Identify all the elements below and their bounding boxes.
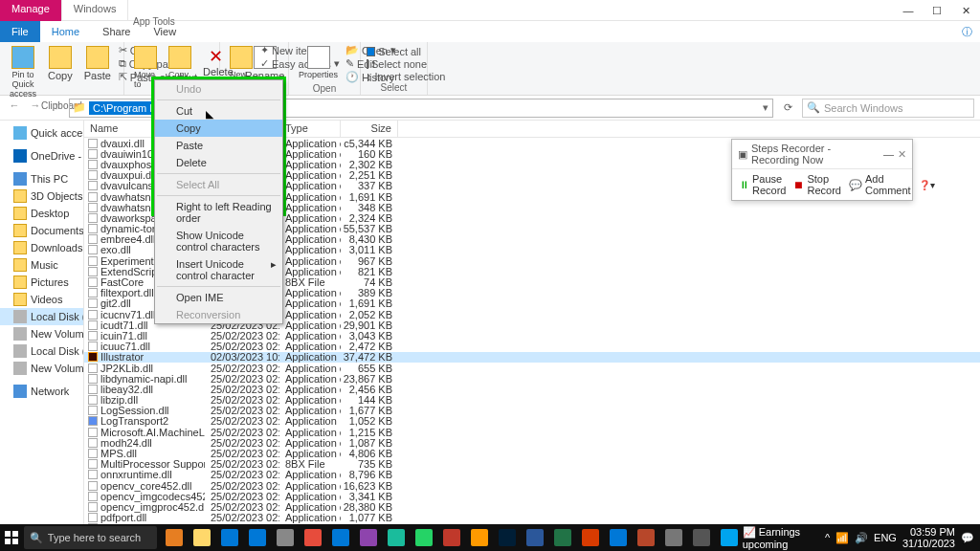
tray-wifi-icon[interactable]: 📶 bbox=[835, 532, 849, 544]
tray-expand-icon[interactable]: ^ bbox=[825, 532, 830, 543]
invertsel-button[interactable]: ↕ Invert selection bbox=[367, 71, 421, 82]
sidebar-item-0[interactable]: Quick access bbox=[0, 124, 83, 142]
maximize-button[interactable]: ☐ bbox=[923, 0, 951, 21]
taskbar-app-20[interactable] bbox=[716, 524, 743, 551]
taskbar-app-2[interactable] bbox=[216, 524, 243, 551]
cm-cut[interactable]: Cut bbox=[155, 102, 282, 120]
selectall-button[interactable]: Select all bbox=[367, 46, 421, 57]
sidebar-item-10[interactable]: Local Disk (C:) bbox=[0, 308, 83, 325]
taskbar-app-16[interactable] bbox=[605, 524, 632, 551]
sidebar-item-14[interactable]: Network bbox=[0, 383, 83, 400]
up-button[interactable]: ↑ bbox=[48, 99, 65, 117]
help-icon[interactable]: ⓘ bbox=[962, 25, 980, 39]
home-tab[interactable]: Home bbox=[40, 23, 91, 40]
file-row[interactable]: icuin71.dll25/02/2023 02:52 PMApplicatio… bbox=[84, 330, 980, 341]
file-row[interactable]: libzip.dll25/02/2023 02:52 PMApplication… bbox=[84, 395, 980, 406]
properties-button[interactable]: Properties bbox=[295, 44, 342, 81]
cm-undo[interactable]: Undo bbox=[155, 80, 282, 98]
forward-button[interactable]: → bbox=[27, 99, 44, 117]
refresh-button[interactable]: ⟳ bbox=[777, 101, 798, 114]
sidebar-item-8[interactable]: Pictures bbox=[0, 274, 83, 291]
file-row[interactable]: opencv_imgcodecs452.dll25/02/2023 02:52 … bbox=[84, 491, 980, 501]
steps-recorder-window[interactable]: ▣ Steps Recorder - Recording Now — ✕ ⏸Pa… bbox=[731, 139, 913, 201]
steps-close-icon[interactable]: ✕ bbox=[898, 148, 906, 161]
cm-insert-unicode[interactable]: Insert Unicode control character▸ bbox=[155, 255, 282, 284]
sidebar-item-7[interactable]: Music bbox=[0, 256, 83, 274]
sidebar-item-13[interactable]: New Volume (F:) bbox=[0, 360, 83, 377]
taskbar-app-13[interactable] bbox=[522, 524, 548, 551]
taskbar-app-19[interactable] bbox=[688, 524, 715, 551]
cm-rtl[interactable]: Right to left Reading order bbox=[155, 198, 282, 227]
taskbar-app-9[interactable] bbox=[411, 524, 437, 551]
taskbar-app-11[interactable] bbox=[466, 524, 493, 551]
cm-delete[interactable]: Delete bbox=[155, 154, 282, 171]
stop-record-button[interactable]: ⏹Stop Record bbox=[791, 172, 843, 197]
sidebar-item-4[interactable]: Desktop bbox=[0, 205, 83, 222]
file-tab[interactable]: File bbox=[0, 21, 40, 42]
file-row[interactable]: opencv_imgproc452.dll25/02/2023 02:52 PM… bbox=[84, 501, 980, 512]
back-button[interactable]: ← bbox=[6, 99, 23, 117]
cm-copy[interactable]: Copy bbox=[155, 120, 282, 137]
taskbar-app-3[interactable] bbox=[244, 524, 271, 551]
selectnone-button[interactable]: Select none bbox=[367, 58, 421, 70]
file-row[interactable]: LogSession.dll25/02/2023 02:52 PMApplica… bbox=[84, 406, 980, 416]
cm-selectall[interactable]: Select All bbox=[155, 176, 282, 193]
sidebar-item-11[interactable]: New Volume (D:) bbox=[0, 325, 83, 342]
taskbar-app-5[interactable] bbox=[300, 524, 326, 551]
tray-lang-icon[interactable]: ENG bbox=[874, 532, 897, 543]
steps-more-button[interactable]: ❓▾ bbox=[916, 172, 938, 197]
taskbar-app-10[interactable] bbox=[438, 524, 465, 551]
taskbar-search[interactable]: 🔍Type here to search bbox=[24, 526, 157, 549]
cm-reconversion[interactable]: Reconversion bbox=[155, 306, 282, 323]
taskbar-app-0[interactable] bbox=[161, 524, 188, 551]
cm-paste[interactable]: Paste bbox=[155, 137, 282, 154]
taskbar-app-1[interactable] bbox=[189, 524, 215, 551]
sidebar-item-5[interactable]: Documents bbox=[0, 222, 83, 239]
file-row[interactable]: Illustrator02/03/2023 10:55 PMApplicatio… bbox=[84, 352, 980, 363]
pin-quick-access[interactable]: Pin to Quick access bbox=[6, 44, 40, 100]
earnings-widget[interactable]: 📈 Earnings upcoming bbox=[743, 526, 819, 550]
start-button[interactable] bbox=[0, 524, 24, 551]
steps-min-icon[interactable]: — bbox=[883, 148, 894, 160]
minimize-button[interactable]: — bbox=[894, 0, 923, 21]
taskbar-app-18[interactable] bbox=[660, 524, 687, 551]
file-row[interactable]: libdynamic-napi.dll25/02/2023 02:52 PMAp… bbox=[84, 373, 980, 384]
file-row[interactable]: JP2KLib.dll25/02/2023 02:52 PMApplicatio… bbox=[84, 363, 980, 373]
taskbar-app-15[interactable] bbox=[577, 524, 604, 551]
paste-button[interactable]: Paste bbox=[80, 44, 115, 83]
sidebar-item-1[interactable]: OneDrive - Personal bbox=[0, 147, 83, 165]
tab-windows[interactable]: Windows bbox=[62, 0, 129, 21]
cm-openime[interactable]: Open IME bbox=[155, 289, 282, 306]
pause-record-button[interactable]: ⏸Pause Record bbox=[736, 172, 789, 197]
taskbar-app-8[interactable] bbox=[383, 524, 410, 551]
file-row[interactable]: opencv_core452.dll25/02/2023 02:52 PMApp… bbox=[84, 480, 980, 491]
taskbar-app-17[interactable] bbox=[633, 524, 659, 551]
tab-manage[interactable]: Manage bbox=[0, 0, 62, 21]
search-input[interactable]: 🔍 Search Windows bbox=[802, 99, 974, 118]
taskbar-app-14[interactable] bbox=[549, 524, 576, 551]
taskbar-app-4[interactable] bbox=[272, 524, 299, 551]
close-button[interactable]: ✕ bbox=[951, 0, 980, 21]
file-row[interactable]: libeay32.dll25/02/2023 02:52 PMApplicati… bbox=[84, 384, 980, 394]
sidebar-item-2[interactable]: This PC bbox=[0, 170, 83, 187]
file-row[interactable]: LogTransport225/02/2023 02:52 PMApplicat… bbox=[84, 416, 980, 427]
tray-speaker-icon[interactable]: 🔊 bbox=[855, 532, 868, 544]
taskbar-app-6[interactable] bbox=[327, 524, 354, 551]
file-row[interactable]: modh24.dll25/02/2023 02:52 PMApplication… bbox=[84, 437, 980, 448]
sidebar-item-9[interactable]: Videos bbox=[0, 291, 83, 308]
file-row[interactable]: MultiProcessor Support25/02/2023 02:52 P… bbox=[84, 459, 980, 470]
copy-button[interactable]: Copy bbox=[44, 44, 77, 83]
taskbar-app-7[interactable] bbox=[355, 524, 382, 551]
sidebar-item-12[interactable]: Local Disk (E:) bbox=[0, 342, 83, 360]
clock[interactable]: 03:59 PM31/10/2023 bbox=[902, 526, 955, 549]
file-row[interactable]: MPS.dll25/02/2023 02:52 PMApplication ex… bbox=[84, 448, 980, 458]
notifications-icon[interactable]: 💬 bbox=[961, 532, 974, 544]
sidebar-item-6[interactable]: Downloads bbox=[0, 239, 83, 256]
file-row[interactable]: Microsoft.AI.MachineLearning.dll25/02/20… bbox=[84, 427, 980, 437]
col-size[interactable]: Size bbox=[341, 121, 398, 137]
file-row[interactable]: pdfport.dll25/02/2023 02:52 PMApplicatio… bbox=[84, 513, 980, 523]
cm-show-unicode[interactable]: Show Unicode control characters bbox=[155, 227, 282, 255]
file-row[interactable]: onnxruntime.dll25/02/2023 02:52 PMApplic… bbox=[84, 470, 980, 480]
file-row[interactable]: icuuc71.dll25/02/2023 02:52 PMApplicatio… bbox=[84, 342, 980, 352]
add-comment-button[interactable]: 💬Add Comment bbox=[846, 172, 914, 197]
